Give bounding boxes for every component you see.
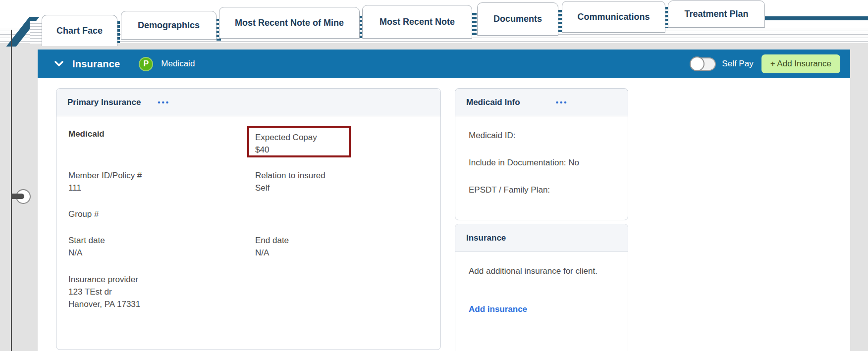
collapse-panel-grip	[11, 194, 24, 199]
medicaid-info-card-header: Medicaid Info •••	[455, 89, 628, 116]
tab-label: Documents	[493, 14, 542, 24]
self-pay-toggle[interactable]	[690, 57, 716, 71]
card-title: Medicaid Info	[466, 98, 520, 107]
tab-label: Demographics	[138, 20, 200, 31]
provider-label: Insurance provider	[68, 273, 140, 286]
insurance-section-header: Insurance P Medicaid Self Pay + Add Insu…	[38, 50, 850, 78]
card-title: Primary Insurance	[67, 98, 141, 107]
tab-chart-face[interactable]: Chart Face	[42, 15, 117, 46]
section-title: Insurance	[72, 58, 120, 70]
tab-most-recent-note[interactable]: Most Recent Note	[362, 5, 472, 39]
end-date-label: End date	[255, 234, 289, 247]
start-date-value: N/A	[68, 247, 105, 259]
medicaid-info-card: Medicaid Info ••• Medicaid ID: Include i…	[455, 88, 628, 220]
tab-treatment-plan[interactable]: Treatment Plan	[668, 0, 765, 28]
tab-label: Communications	[577, 12, 650, 22]
relation-label: Relation to insured	[255, 169, 326, 182]
tab-label: Treatment Plan	[684, 9, 748, 19]
provider-address-line2: Hanover, PA 17331	[68, 298, 140, 310]
provider-address-line1: 123 TEst dr	[68, 286, 140, 298]
self-pay-label: Self Pay	[722, 59, 753, 69]
additional-insurance-card-header: Insurance	[455, 224, 628, 252]
primary-insurance-badge: P	[139, 57, 153, 71]
additional-insurance-card: Insurance Add additional insurance for c…	[455, 224, 628, 351]
add-insurance-link[interactable]: Add insurance	[469, 304, 527, 314]
tab-demographics[interactable]: Demographics	[121, 11, 217, 40]
copay-value: $40	[255, 144, 343, 156]
end-date-value: N/A	[255, 247, 289, 259]
tab-communications[interactable]: Communications	[562, 1, 665, 33]
chevron-down-icon[interactable]	[54, 61, 63, 67]
chart-spine-pages	[30, 21, 42, 44]
member-id-label: Member ID/Policy #	[68, 169, 142, 182]
tab-label: Most Recent Note	[380, 17, 455, 27]
primary-insurance-card: Primary Insurance ••• Medicaid Expected …	[56, 88, 441, 350]
medicaid-id-field: Medicaid ID:	[469, 129, 515, 142]
add-insurance-description: Add additional insurance for client.	[469, 265, 617, 277]
add-insurance-button[interactable]: + Add Insurance	[761, 54, 840, 73]
tab-label: Chart Face	[56, 26, 103, 36]
member-id-value: 111	[68, 182, 142, 194]
tab-most-recent-note-of-mine[interactable]: Most Recent Note of Mine	[219, 7, 360, 39]
tab-connector	[472, 13, 477, 36]
start-date-label: Start date	[68, 234, 105, 247]
card-title: Insurance	[466, 233, 506, 243]
primary-insurance-card-header: Primary Insurance •••	[56, 89, 440, 116]
copay-label: Expected Copay	[255, 131, 343, 144]
more-options-icon[interactable]: •••	[158, 99, 170, 106]
more-options-icon[interactable]: •••	[556, 99, 568, 106]
tab-documents[interactable]: Documents	[477, 2, 558, 36]
epsdt-family-plan-field: EPSDT / Family Plan:	[469, 184, 550, 196]
active-plan-name: Medicaid	[161, 59, 195, 69]
chart-face-screen: Chart Face Demographics Most Recent Note…	[0, 0, 868, 351]
left-panel-border	[11, 30, 12, 351]
expected-copay-highlight: Expected Copay $40	[247, 126, 351, 157]
include-in-documentation-field: Include in Documentation: No	[469, 156, 579, 169]
top-right-navy-bar	[765, 16, 868, 20]
self-pay-toggle-knob	[690, 56, 705, 71]
tab-label: Most Recent Note of Mine	[235, 18, 344, 28]
plan-name: Medicaid	[68, 129, 105, 139]
relation-value: Self	[255, 182, 326, 194]
group-label: Group #	[68, 208, 99, 220]
chart-face-panel: Insurance P Medicaid Self Pay + Add Insu…	[38, 50, 850, 351]
